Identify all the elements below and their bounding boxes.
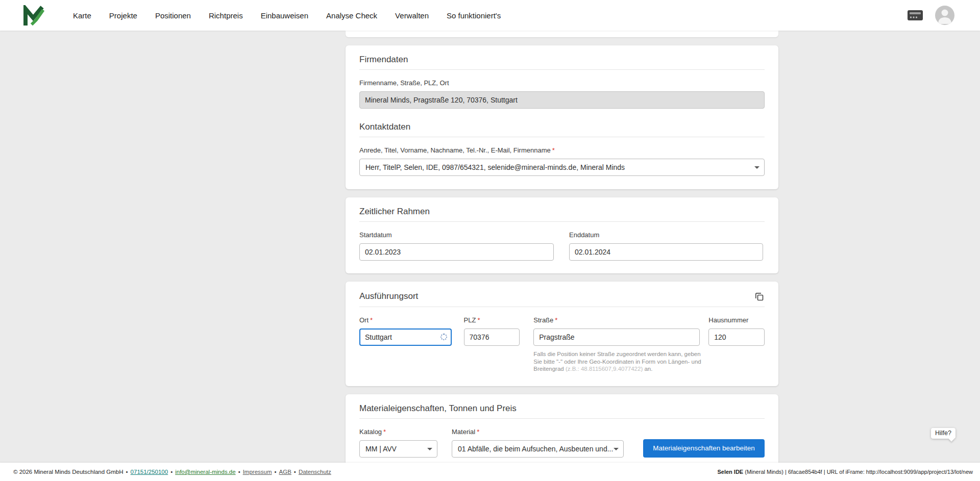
page-content: Firmendaten Firmenname, Straße, PLZ, Ort… bbox=[0, 31, 980, 463]
strasse-hint-tail: an. bbox=[643, 366, 652, 372]
hausnummer-label: Hausnummer bbox=[708, 316, 765, 324]
zeitraum-title: Zeitlicher Rahmen bbox=[359, 207, 765, 217]
footer-agb-link[interactable]: AGB bbox=[279, 469, 291, 475]
kontakt-label: Anrede, Titel, Vorname, Nachname, Tel.-N… bbox=[359, 146, 765, 155]
footer-separator: • bbox=[126, 469, 128, 475]
footer-copyright: © 2026 Mineral Minds Deutschland GmbH bbox=[13, 469, 124, 475]
plz-label-text: PLZ bbox=[464, 316, 476, 324]
nav-menu: Karte Projekte Positionen Richtpreis Ein… bbox=[73, 11, 501, 20]
footer-datenschutz-link[interactable]: Datenschutz bbox=[299, 469, 331, 475]
enddatum-label: Enddatum bbox=[569, 231, 763, 239]
footer-left: © 2026 Mineral Minds Deutschland GmbH•07… bbox=[13, 469, 331, 475]
loading-spinner-icon bbox=[440, 334, 447, 340]
startdatum-label: Startdatum bbox=[359, 231, 554, 239]
footer-separator: • bbox=[170, 469, 173, 475]
firmenname-input[interactable] bbox=[359, 91, 765, 109]
footer-separator: • bbox=[275, 469, 277, 475]
card-firmendaten: Firmendaten Firmenname, Straße, PLZ, Ort… bbox=[346, 45, 778, 189]
nav-item-verwalten[interactable]: Verwalten bbox=[395, 11, 429, 20]
kontakt-label-text: Anrede, Titel, Vorname, Nachname, Tel.-N… bbox=[359, 146, 551, 154]
katalog-label-text: Katalog bbox=[359, 428, 382, 436]
katalog-select-value: MM | AVV bbox=[365, 445, 397, 453]
card-partial-top bbox=[346, 31, 778, 37]
hausnummer-input[interactable] bbox=[708, 328, 765, 346]
ort-label: Ort* bbox=[359, 316, 452, 324]
footer-session-details: (Mineral Minds) | 6facae854b4f | URL of … bbox=[743, 469, 973, 475]
card-reader-icon[interactable] bbox=[906, 9, 924, 22]
footer: © 2026 Mineral Minds Deutschland GmbH•07… bbox=[0, 463, 980, 481]
firmenname-label: Firmenname, Straße, PLZ, Ort bbox=[359, 79, 765, 87]
startdatum-input[interactable] bbox=[359, 243, 554, 261]
footer-email-link[interactable]: info@mineral-minds.de bbox=[175, 469, 235, 475]
plz-label: PLZ* bbox=[464, 316, 520, 324]
materialeigenschaften-bearbeiten-button[interactable]: Materialeigenschaften bearbeiten bbox=[643, 439, 765, 458]
footer-session-info: Selen IDE (Mineral Minds) | 6facae854b4f… bbox=[717, 469, 973, 475]
footer-user: Selen IDE bbox=[717, 469, 743, 475]
nav-right-icons bbox=[906, 6, 954, 25]
kontaktdaten-title: Kontaktdaten bbox=[359, 122, 765, 132]
required-asterisk: * bbox=[370, 316, 373, 324]
user-avatar-icon[interactable] bbox=[935, 6, 954, 25]
required-asterisk: * bbox=[552, 146, 555, 154]
strasse-hint-example: (z.B.: 48.8115607,9.4077422) bbox=[566, 366, 643, 372]
material-label-text: Material bbox=[452, 428, 475, 436]
nav-item-projekte[interactable]: Projekte bbox=[109, 11, 137, 20]
mineral-minds-logo-icon[interactable] bbox=[23, 5, 44, 26]
required-asterisk: * bbox=[477, 316, 480, 324]
enddatum-input[interactable] bbox=[569, 243, 763, 261]
divider bbox=[359, 137, 765, 137]
ausfuehrungsort-title: Ausführungsort bbox=[359, 291, 418, 301]
chevron-down-icon bbox=[614, 448, 619, 450]
divider bbox=[359, 69, 765, 70]
card-zeitlicher-rahmen: Zeitlicher Rahmen Startdatum Enddatum bbox=[346, 197, 778, 273]
card-materialeigenschaften: Materialeigenschaften, Tonnen und Preis … bbox=[346, 394, 778, 463]
kontakt-select[interactable]: Herr, TitelP, Selen, IDE, 0987/654321, s… bbox=[359, 159, 765, 176]
material-select[interactable]: 01 Abfälle, die beim Aufsuchen, Ausbeute… bbox=[452, 440, 624, 458]
firmendaten-title: Firmendaten bbox=[359, 55, 765, 65]
footer-impressum-link[interactable]: Impressum bbox=[243, 469, 272, 475]
nav-item-richtpreis[interactable]: Richtpreis bbox=[209, 11, 243, 20]
nav-item-karte[interactable]: Karte bbox=[73, 11, 91, 20]
nav-item-analyse-check[interactable]: Analyse Check bbox=[326, 11, 377, 20]
katalog-select[interactable]: MM | AVV bbox=[359, 440, 437, 458]
ort-input[interactable] bbox=[359, 328, 452, 346]
kontakt-select-value: Herr, TitelP, Selen, IDE, 0987/654321, s… bbox=[365, 163, 625, 171]
copy-icon bbox=[754, 292, 764, 301]
ort-label-text: Ort bbox=[359, 316, 369, 324]
chevron-down-icon bbox=[427, 448, 432, 450]
required-asterisk: * bbox=[555, 316, 557, 324]
copy-button[interactable] bbox=[753, 291, 765, 302]
help-button[interactable]: Hilfe? bbox=[931, 428, 955, 439]
nav-item-positionen[interactable]: Positionen bbox=[155, 11, 191, 20]
strasse-label-text: Straße bbox=[533, 316, 553, 324]
required-asterisk: * bbox=[383, 428, 386, 436]
footer-separator: • bbox=[238, 469, 240, 475]
required-asterisk: * bbox=[477, 428, 479, 436]
strasse-label: Straße* bbox=[533, 316, 700, 324]
plz-input[interactable] bbox=[464, 328, 520, 346]
strasse-hint: Falls die Position keiner Straße zugeord… bbox=[533, 350, 702, 373]
footer-separator: • bbox=[294, 469, 296, 475]
nav-item-einbauweisen[interactable]: Einbauweisen bbox=[261, 11, 308, 20]
card-ausfuehrungsort: Ausführungsort Ort* bbox=[346, 282, 778, 386]
help-label: Hilfe? bbox=[935, 429, 951, 437]
material-select-value: 01 Abfälle, die beim Aufsuchen, Ausbeute… bbox=[458, 445, 613, 453]
chevron-down-icon bbox=[754, 166, 760, 169]
katalog-label: Katalog* bbox=[359, 428, 437, 436]
material-title: Materialeigenschaften, Tonnen und Preis bbox=[359, 403, 765, 414]
top-nav: Karte Projekte Positionen Richtpreis Ein… bbox=[0, 0, 980, 31]
material-label: Material* bbox=[452, 428, 624, 436]
footer-phone-link[interactable]: 07151/250100 bbox=[131, 469, 168, 475]
nav-item-so-funktionierts[interactable]: So funktioniert's bbox=[447, 11, 501, 20]
strasse-input[interactable] bbox=[533, 328, 700, 346]
